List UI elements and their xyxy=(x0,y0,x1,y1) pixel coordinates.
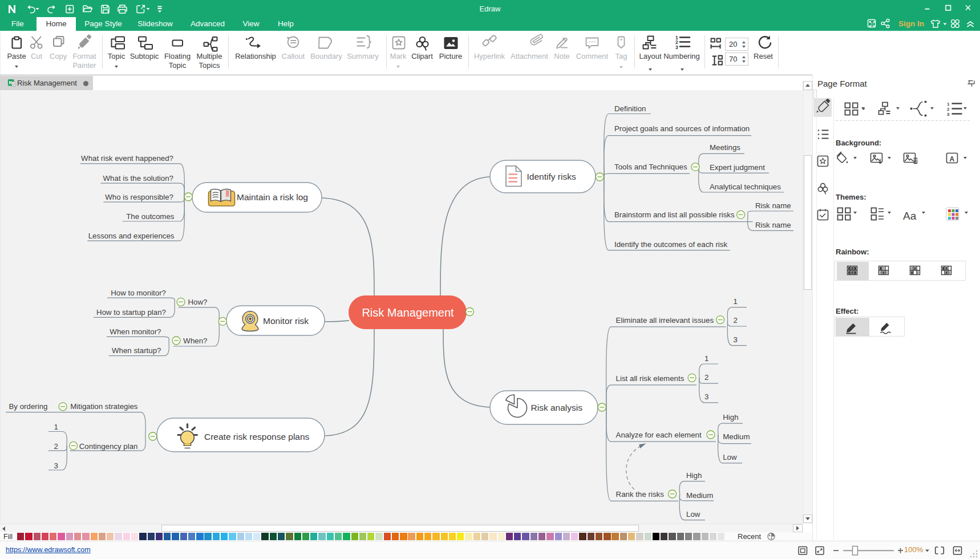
svg-text:2: 2 xyxy=(947,107,950,112)
svg-text:Analytical techniques: Analytical techniques xyxy=(710,183,781,191)
svg-text:How to monitor?: How to monitor? xyxy=(111,289,166,297)
svg-text:Medium: Medium xyxy=(686,491,713,500)
svg-text:1: 1 xyxy=(947,102,950,107)
svg-text:Monitor risk: Monitor risk xyxy=(263,316,309,326)
svg-text:Definition: Definition xyxy=(614,104,646,113)
svg-text:A: A xyxy=(950,155,955,163)
svg-text:What is the solution?: What is the solution? xyxy=(103,174,173,183)
svg-text:The outcomes: The outcomes xyxy=(126,212,175,221)
svg-text:Contingency plan: Contingency plan xyxy=(79,442,138,451)
svg-text:When startup?: When startup? xyxy=(112,346,161,355)
svg-text:Tools and Techniques: Tools and Techniques xyxy=(614,163,687,171)
svg-text:3: 3 xyxy=(947,112,950,117)
svg-text:Risk name: Risk name xyxy=(755,221,791,229)
svg-text:Low: Low xyxy=(723,453,737,461)
svg-text:1: 1 xyxy=(54,423,58,431)
svg-text:What risk event happened?: What risk event happened? xyxy=(81,154,173,163)
svg-text:3: 3 xyxy=(734,335,738,344)
svg-text:How to startup plan?: How to startup plan? xyxy=(96,308,166,317)
svg-text:Identify the outcomes of each: Identify the outcomes of each risk xyxy=(614,240,727,249)
svg-text:By ordering: By ordering xyxy=(9,402,48,411)
svg-text:2: 2 xyxy=(704,373,708,382)
svg-text:Expert judgment: Expert judgment xyxy=(710,163,765,172)
svg-text:Mitigation strategies: Mitigation strategies xyxy=(70,402,138,411)
svg-text:3: 3 xyxy=(704,392,708,401)
svg-text:Risk analysis: Risk analysis xyxy=(531,403,583,412)
svg-text:Maintain a risk log: Maintain a risk log xyxy=(237,192,308,202)
svg-text:Risk name: Risk name xyxy=(755,201,791,210)
svg-text:Create risk response plans: Create risk response plans xyxy=(204,432,310,441)
svg-text:Lessons and experiences: Lessons and experiences xyxy=(88,232,175,240)
svg-text:2: 2 xyxy=(54,442,58,451)
svg-text:Eliminate all irrelevant issue: Eliminate all irrelevant issues xyxy=(616,316,714,325)
svg-text:When?: When? xyxy=(183,337,207,345)
svg-text:Project goals and sources of i: Project goals and sources of information xyxy=(614,124,750,133)
svg-text:1: 1 xyxy=(734,297,738,306)
svg-text:2: 2 xyxy=(734,316,738,325)
svg-text:Low: Low xyxy=(686,510,700,519)
svg-text:Aa: Aa xyxy=(903,210,917,222)
svg-text:3: 3 xyxy=(54,461,58,470)
svg-text:1: 1 xyxy=(704,354,708,363)
svg-text:Analyze for each element: Analyze for each element xyxy=(616,431,702,439)
svg-text:Meetings: Meetings xyxy=(710,143,740,152)
svg-text:List all risk elements: List all risk elements xyxy=(616,374,685,383)
svg-text:Brainstorm and list all possib: Brainstorm and list all possible risks xyxy=(614,210,735,219)
svg-text:Who is responsible?: Who is responsible? xyxy=(105,193,173,201)
svg-text:3: 3 xyxy=(675,44,678,50)
svg-text:When monitor?: When monitor? xyxy=(110,327,161,336)
svg-text:Medium: Medium xyxy=(723,432,750,441)
svg-text:Rank the risks: Rank the risks xyxy=(616,490,665,499)
svg-text:High: High xyxy=(723,413,738,422)
svg-text:Risk Management: Risk Management xyxy=(362,306,454,319)
svg-text:How?: How? xyxy=(188,298,208,306)
svg-text:Identify risks: Identify risks xyxy=(527,172,576,181)
svg-text:High: High xyxy=(686,471,702,480)
